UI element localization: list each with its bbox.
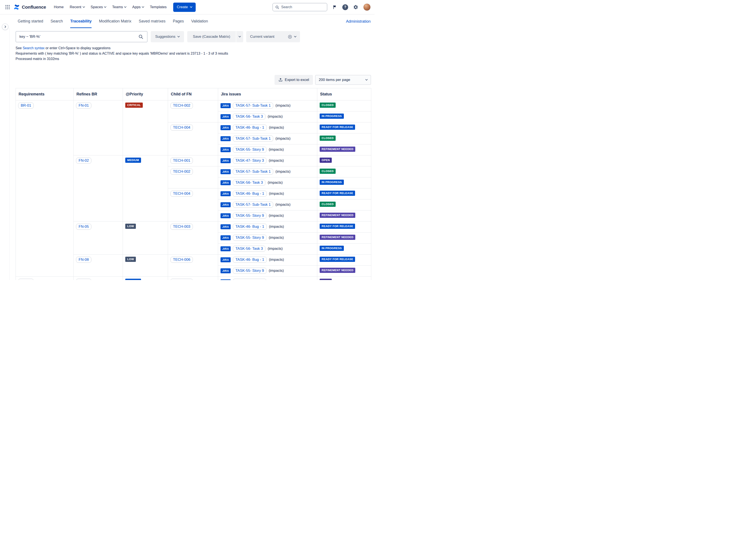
search-syntax-link[interactable]: Search syntax (23, 46, 44, 50)
flag-icon[interactable] (332, 4, 338, 10)
tech-link[interactable]: TECH-006 (170, 257, 193, 263)
jira-badge[interactable]: JIRA (220, 213, 231, 218)
tab-getting-started[interactable]: Getting started (18, 15, 43, 28)
search-icon (275, 5, 279, 9)
jira-issue-link[interactable]: TASK-47- Story 3 (233, 279, 266, 280)
jira-issue-link[interactable]: TASK-57- Sub-Task 1 (233, 202, 273, 208)
search-messages: See Search syntax or enter Ctrl+Space to… (16, 45, 228, 62)
tech-link[interactable]: TECH-001 (170, 158, 193, 164)
chevron-down-icon (142, 5, 144, 7)
jira-badge[interactable]: JIRA (220, 125, 231, 130)
jira-badge[interactable]: JIRA (220, 235, 231, 240)
create-button[interactable]: Create (173, 3, 196, 12)
requirement-link[interactable]: BR-01 (18, 103, 34, 109)
nav-spaces[interactable]: Spaces (88, 0, 109, 15)
jira-issue-link[interactable]: TASK-46- Bug - 1 (233, 224, 267, 230)
confluence-brand[interactable]: Confluence (14, 4, 46, 10)
jira-issue-link[interactable]: TASK-57- Sub-Task 1 (233, 103, 273, 109)
jira-badge[interactable]: JIRA (220, 158, 231, 163)
jira-issues-cell: JIRATASK-46- Bug - 1(impacts) (218, 222, 317, 232)
jira-badge[interactable]: JIRA (220, 202, 231, 207)
tab-search[interactable]: Search (50, 15, 63, 28)
jira-issue-link[interactable]: TASK-55- Story 9 (233, 147, 266, 153)
jira-badge[interactable]: JIRA (220, 180, 231, 185)
link-type-label: (impacts) (275, 104, 291, 108)
settings-gear-icon[interactable] (353, 4, 359, 10)
tab-saved-matrixes[interactable]: Saved matrixes (138, 15, 166, 28)
query-input[interactable] (19, 35, 137, 39)
fn-link[interactable]: FN-01 (76, 103, 91, 109)
jira-badge[interactable]: JIRA (220, 279, 231, 280)
jira-badge[interactable]: JIRA (220, 147, 231, 152)
app-switcher-button[interactable] (4, 3, 11, 11)
fn-link[interactable]: FN-02 (76, 158, 91, 164)
variant-select[interactable]: Current variant (246, 31, 300, 42)
status-badge: READY FOR RELEASE (320, 125, 355, 130)
jira-badge[interactable]: JIRA (220, 268, 231, 273)
traceability-matrix-table: Requirements Refines BR @Priority Child … (16, 88, 371, 280)
tech-link[interactable]: TECH-003 (170, 224, 193, 230)
nav-recent[interactable]: Recent (67, 0, 88, 15)
jira-badge[interactable]: JIRA (220, 224, 231, 229)
jira-badge[interactable]: JIRA (220, 191, 231, 196)
jira-badge[interactable]: JIRA (220, 114, 231, 119)
requirement-link[interactable]: BR-02 (18, 279, 34, 280)
jira-issue-link[interactable]: TASK-55- Story 9 (233, 235, 266, 241)
nav-home[interactable]: Home (51, 0, 66, 15)
export-to-excel-button[interactable]: Export to excel (275, 75, 313, 85)
jira-badge[interactable]: JIRA (220, 169, 231, 174)
save-options-button[interactable] (236, 31, 243, 42)
status-badge: READY FOR RELEASE (320, 191, 355, 196)
fn-link[interactable]: FN-05 (76, 224, 91, 230)
priority-cell: MEDIUM (123, 276, 168, 280)
jira-issue-link[interactable]: TASK-56- Task 3 (233, 246, 265, 252)
save-button[interactable]: Save (Cascade Matrix) (187, 31, 236, 42)
administration-link[interactable]: Administration (346, 15, 371, 28)
suggestions-button[interactable]: Suggestions (151, 31, 184, 42)
global-search[interactable] (273, 3, 327, 11)
tab-pages[interactable]: Pages (173, 15, 184, 28)
jira-issue-link[interactable]: TASK-55- Story 9 (233, 268, 266, 274)
run-search-button[interactable] (137, 32, 145, 41)
help-icon[interactable]: ? (342, 4, 348, 10)
jira-issue-link[interactable]: TASK-46- Bug - 1 (233, 191, 267, 197)
nav-templates[interactable]: Templates (147, 0, 170, 15)
jira-issue: JIRATASK-55- Story 9(impacts) (220, 212, 315, 219)
tech-link[interactable]: TECH-004 (170, 125, 193, 131)
jira-issue-link[interactable]: TASK-46- Bug - 1 (233, 125, 267, 131)
jira-issues-cell: JIRATASK-46- Bug - 1(impacts) (218, 122, 317, 133)
jira-issue-link[interactable]: TASK-46- Bug - 1 (233, 257, 267, 263)
jira-issues-cell: JIRATASK-47- Story 3(impacts) (218, 276, 317, 280)
tab-validation[interactable]: Validation (191, 15, 208, 28)
jira-issue-link[interactable]: TASK-55- Story 9 (233, 212, 266, 219)
link-type-label: (impacts) (269, 269, 284, 273)
nav-teams[interactable]: Teams (109, 0, 129, 15)
sidebar-expand-button[interactable] (2, 24, 8, 30)
jira-badge[interactable]: JIRA (220, 246, 231, 251)
tech-link[interactable]: TECH-002 (170, 103, 193, 109)
jira-issue-link[interactable]: TASK-56- Task 3 (233, 180, 265, 186)
fn-link[interactable]: FN-03 (76, 279, 91, 280)
jira-badge[interactable]: JIRA (220, 136, 231, 141)
nav-apps[interactable]: Apps (129, 0, 147, 15)
clear-icon[interactable] (288, 35, 292, 39)
link-type-label: (impacts) (269, 225, 284, 229)
user-avatar[interactable] (363, 3, 371, 11)
page-size-select[interactable]: 200 items per page (315, 75, 371, 85)
tech-link[interactable]: TECH-002 (170, 169, 193, 175)
tech-link[interactable]: TECH-001 (170, 279, 193, 280)
jira-issue: JIRATASK-46- Bug - 1(impacts) (220, 257, 315, 263)
child-fn-cell: TECH-004 (168, 188, 218, 222)
jira-badge[interactable]: JIRA (220, 257, 231, 262)
tab-modification-matrix[interactable]: Modification Matrix (99, 15, 131, 28)
tab-traceability[interactable]: Traceability (70, 15, 91, 28)
jira-issue-link[interactable]: TASK-57- Sub-Task 1 (233, 136, 273, 142)
jira-issues-cell: JIRATASK-57- Sub-Task 1(impacts) (218, 133, 317, 144)
jira-badge[interactable]: JIRA (220, 103, 231, 108)
fn-link[interactable]: FN-08 (76, 257, 91, 263)
global-search-input[interactable] (281, 5, 325, 9)
tech-link[interactable]: TECH-004 (170, 191, 193, 197)
jira-issue-link[interactable]: TASK-47- Story 3 (233, 158, 266, 164)
jira-issue-link[interactable]: TASK-56- Task 3 (233, 114, 265, 119)
jira-issue-link[interactable]: TASK-57- Sub-Task 1 (233, 169, 273, 175)
